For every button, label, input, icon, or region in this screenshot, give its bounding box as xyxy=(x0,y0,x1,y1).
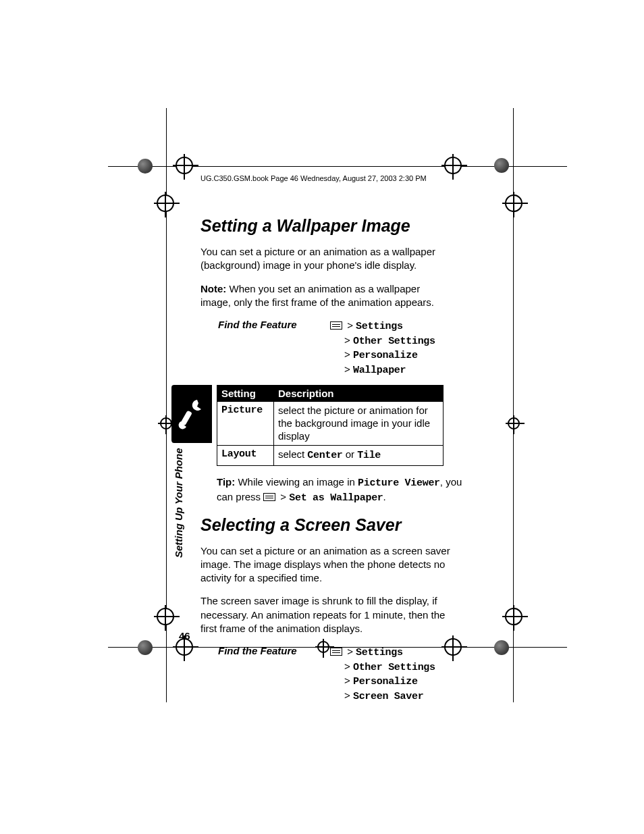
menu-path: > Settings > Other Settings > Personaliz… xyxy=(330,645,435,703)
registration-mark xyxy=(157,608,174,625)
th-description: Description xyxy=(274,386,444,402)
registration-mark xyxy=(505,608,522,625)
registration-mark xyxy=(157,194,174,212)
note-label: Note: xyxy=(200,283,226,294)
running-header: UG.C350.GSM.book Page 46 Wednesday, Augu… xyxy=(200,174,493,182)
page: UG.C350.GSM.book Page 46 Wednesday, Augu… xyxy=(0,0,644,834)
registration-mark xyxy=(505,194,522,212)
cell-setting: Layout xyxy=(217,446,274,466)
menu-path: > Settings > Other Settings > Personaliz… xyxy=(330,319,435,377)
body-text: The screen saver image is shrunk to fill… xyxy=(200,594,450,635)
print-dot xyxy=(494,158,509,173)
settings-table: Setting Description Picture select the p… xyxy=(217,385,444,466)
find-feature-label: Find the Feature xyxy=(218,645,330,656)
registration-mark xyxy=(508,417,520,429)
th-setting: Setting xyxy=(217,386,274,402)
print-dot xyxy=(138,640,153,655)
tip-text: Tip: While viewing an image in Picture V… xyxy=(217,475,466,506)
page-number: 46 xyxy=(179,630,190,642)
cell-description: select Center or Tile xyxy=(274,446,444,466)
cell-description: select the picture or animation for the … xyxy=(274,402,444,446)
find-feature-row: Find the Feature > Settings > Other Sett… xyxy=(200,645,493,703)
table-row: Picture select the picture or animation … xyxy=(217,402,444,446)
content-area: UG.C350.GSM.book Page 46 Wednesday, Augu… xyxy=(200,174,493,711)
menu-key-icon xyxy=(263,493,275,501)
body-text: You can set a picture or an animation as… xyxy=(200,245,450,273)
tip-label: Tip: xyxy=(217,476,235,488)
registration-mark xyxy=(444,157,462,174)
registration-mark xyxy=(176,157,193,174)
table-row: Layout select Center or Tile xyxy=(217,446,444,466)
menu-key-icon xyxy=(330,648,342,656)
section-heading-screensaver: Selecting a Screen Saver xyxy=(200,515,493,535)
registration-mark xyxy=(160,417,172,429)
find-feature-row: Find the Feature > Settings > Other Sett… xyxy=(200,319,493,377)
print-dot xyxy=(494,640,509,655)
body-text: You can set a picture or an animation as… xyxy=(200,544,450,585)
menu-key-icon xyxy=(330,321,342,330)
note-text: Note: When you set an animation as a wal… xyxy=(200,282,450,310)
side-section-label: Setting Up Your Phone xyxy=(173,448,184,558)
print-dot xyxy=(138,159,153,174)
cell-setting: Picture xyxy=(217,402,274,446)
find-feature-label: Find the Feature xyxy=(218,319,330,330)
section-heading-wallpaper: Setting a Wallpaper Image xyxy=(200,216,493,236)
